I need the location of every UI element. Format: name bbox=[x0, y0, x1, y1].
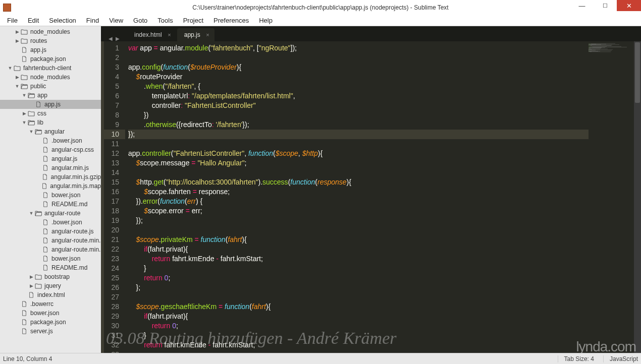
collapse-arrow-icon[interactable]: ▼ bbox=[14, 84, 20, 89]
file-icon bbox=[20, 55, 28, 63]
menu-tools[interactable]: Tools bbox=[152, 16, 178, 25]
tree-label: lib bbox=[37, 119, 43, 126]
file--bower-json[interactable]: .bower.json bbox=[0, 218, 101, 227]
file-icon bbox=[20, 46, 28, 53]
tree-label: angular.js bbox=[51, 155, 77, 162]
tree-label: bower.json bbox=[51, 255, 80, 262]
file--bower-json[interactable]: .bower.json bbox=[0, 136, 101, 145]
collapse-arrow-icon[interactable]: ▼ bbox=[7, 66, 13, 71]
expand-arrow-icon[interactable]: ▶ bbox=[21, 111, 27, 116]
file-bower-json[interactable]: bower.json bbox=[0, 191, 101, 200]
file-angular-min-js-map[interactable]: angular.min.js.map bbox=[0, 181, 101, 191]
expand-arrow-icon[interactable]: ▶ bbox=[28, 274, 34, 279]
file-angular-js[interactable]: angular.js bbox=[0, 154, 101, 163]
tree-label: angular.min.js.map bbox=[50, 183, 101, 190]
collapse-arrow-icon[interactable]: ▼ bbox=[28, 211, 34, 216]
file-angular-route-js[interactable]: angular-route.js bbox=[0, 227, 101, 236]
close-button[interactable]: ✕ bbox=[617, 0, 641, 11]
menu-find[interactable]: Find bbox=[81, 16, 104, 25]
file-readme-md[interactable]: README.md bbox=[0, 263, 101, 272]
folder-angular-route[interactable]: ▼angular-route bbox=[0, 209, 101, 218]
scrollbar-thumb[interactable] bbox=[635, 42, 640, 103]
file-icon bbox=[41, 173, 48, 180]
status-tab-size[interactable]: Tab Size: 4 bbox=[558, 355, 594, 362]
minimize-button[interactable]: — bbox=[570, 0, 594, 11]
tree-label: css bbox=[37, 110, 46, 117]
sidebar-file-tree[interactable]: ▶node_modules▶routesapp.jspackage.json▼f… bbox=[0, 26, 101, 353]
file-angular-csp-css[interactable]: angular-csp.css bbox=[0, 145, 101, 154]
tree-label: angular.min.js bbox=[51, 164, 89, 171]
folder-node-modules[interactable]: ▶node_modules bbox=[0, 73, 101, 82]
file-package-json[interactable]: package.json bbox=[0, 54, 101, 64]
folder-open-icon bbox=[34, 128, 42, 135]
menu-file[interactable]: File bbox=[2, 16, 23, 25]
file-icon bbox=[41, 155, 49, 162]
file-bower-json[interactable]: bower.json bbox=[0, 254, 101, 263]
tree-label: angular-csp.css bbox=[51, 146, 94, 153]
tab-next-icon[interactable]: ▶ bbox=[114, 36, 121, 41]
tab-index-html[interactable]: index.html× bbox=[127, 28, 176, 41]
folder-icon bbox=[13, 65, 21, 72]
file-app-js[interactable]: app.js bbox=[0, 100, 101, 109]
folder-open-icon bbox=[20, 83, 28, 90]
file-package-json[interactable]: package.json bbox=[0, 318, 101, 327]
collapse-arrow-icon[interactable]: ▼ bbox=[21, 120, 27, 125]
file-app-js[interactable]: app.js bbox=[0, 45, 101, 54]
tab-prev-icon[interactable]: ◀ bbox=[107, 36, 114, 41]
folder-app[interactable]: ▼app bbox=[0, 91, 101, 100]
folder-fahrtenbuch-client[interactable]: ▼fahrtenbuch-client bbox=[0, 64, 101, 73]
minimap[interactable] bbox=[589, 41, 634, 353]
expand-arrow-icon[interactable]: ▶ bbox=[14, 29, 20, 34]
tree-label: .bower.json bbox=[51, 137, 82, 144]
folder-node-modules[interactable]: ▶node_modules bbox=[0, 27, 101, 36]
status-language[interactable]: JavaScript bbox=[603, 355, 638, 362]
status-position[interactable]: Line 10, Column 4 bbox=[3, 355, 52, 362]
menu-project[interactable]: Project bbox=[178, 16, 208, 25]
file--bowerrc[interactable]: .bowerrc bbox=[0, 299, 101, 309]
expand-arrow-icon[interactable]: ▶ bbox=[14, 75, 20, 80]
folder-icon bbox=[34, 273, 42, 280]
collapse-arrow-icon[interactable]: ▼ bbox=[21, 93, 27, 98]
file-angular-route-min-[interactable]: angular-route.min. bbox=[0, 245, 101, 254]
folder-bootstrap[interactable]: ▶bootstrap bbox=[0, 272, 101, 281]
menu-selection[interactable]: Selection bbox=[44, 16, 81, 25]
file-angular-route-min-[interactable]: angular-route.min. bbox=[0, 236, 101, 245]
menu-preferences[interactable]: Preferences bbox=[208, 16, 254, 25]
code-editor[interactable]: var app = angular.module("fahrtenbuch", … bbox=[125, 41, 589, 353]
folder-public[interactable]: ▼public bbox=[0, 82, 101, 91]
collapse-arrow-icon[interactable]: ▼ bbox=[28, 129, 34, 134]
file-icon bbox=[20, 300, 28, 308]
menu-goto[interactable]: Goto bbox=[128, 16, 152, 25]
menu-help[interactable]: Help bbox=[254, 16, 278, 25]
line-number-gutter: 1234567891011121314151617181920212223242… bbox=[104, 41, 125, 353]
tab-app-js[interactable]: app.js× bbox=[177, 28, 215, 41]
tree-label: .bowerrc bbox=[30, 300, 54, 308]
menu-edit[interactable]: Edit bbox=[23, 16, 44, 25]
folder-open-icon bbox=[27, 92, 35, 99]
close-icon[interactable]: × bbox=[168, 32, 171, 38]
file-bower-json[interactable]: bower.json bbox=[0, 309, 101, 318]
tree-label: angular-route.min. bbox=[51, 237, 100, 244]
window-title: C:\Users\trainer\nodeprojects\fahrtenbuc… bbox=[192, 4, 448, 11]
file-icon bbox=[41, 246, 49, 253]
file-icon bbox=[27, 291, 35, 298]
folder-lib[interactable]: ▼lib bbox=[0, 118, 101, 127]
tree-label: angular-route.min. bbox=[51, 246, 100, 253]
file-icon bbox=[41, 183, 48, 190]
file-index-html[interactable]: index.html bbox=[0, 290, 101, 299]
close-icon[interactable]: × bbox=[206, 32, 209, 38]
folder-css[interactable]: ▶css bbox=[0, 109, 101, 118]
file-server-js[interactable]: server.js bbox=[0, 327, 101, 336]
file-readme-md[interactable]: README.md bbox=[0, 200, 101, 209]
expand-arrow-icon[interactable]: ▶ bbox=[14, 38, 20, 43]
vertical-scrollbar[interactable] bbox=[634, 41, 641, 353]
menu-view[interactable]: View bbox=[104, 16, 128, 25]
file-angular-min-js[interactable]: angular.min.js bbox=[0, 163, 101, 172]
folder-jquery[interactable]: ▶jquery bbox=[0, 281, 101, 290]
file-angular-min-js-gzip[interactable]: angular.min.js.gzip bbox=[0, 172, 101, 181]
expand-arrow-icon[interactable]: ▶ bbox=[28, 283, 34, 288]
maximize-button[interactable]: ☐ bbox=[594, 0, 617, 11]
folder-routes[interactable]: ▶routes bbox=[0, 36, 101, 45]
folder-angular[interactable]: ▼angular bbox=[0, 127, 101, 136]
folder-open-icon bbox=[27, 119, 35, 126]
